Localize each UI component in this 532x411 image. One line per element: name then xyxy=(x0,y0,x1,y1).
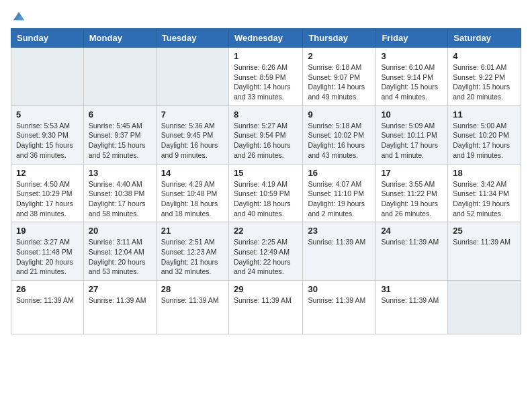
day-number: 27 xyxy=(89,284,151,294)
calendar-cell: 30Sunrise: 11:39 AM xyxy=(303,281,376,334)
day-number: 30 xyxy=(308,284,371,294)
weekday-header: Wednesday xyxy=(228,29,302,48)
calendar-week-row: 12Sunrise: 4:50 AM Sunset: 10:29 PM Dayl… xyxy=(11,164,521,222)
weekday-header: Tuesday xyxy=(156,29,228,48)
calendar-cell: 9Sunrise: 5:18 AM Sunset: 10:02 PM Dayli… xyxy=(303,105,376,164)
calendar-cell xyxy=(83,48,156,106)
calendar-cell: 1Sunrise: 6:26 AM Sunset: 8:59 PM Daylig… xyxy=(228,48,302,106)
weekday-header: Saturday xyxy=(448,29,521,48)
day-info: Sunrise: 6:26 AM Sunset: 8:59 PM Dayligh… xyxy=(234,62,298,102)
day-number: 21 xyxy=(161,226,224,236)
weekday-header: Thursday xyxy=(303,29,376,48)
day-number: 17 xyxy=(381,168,443,178)
calendar-cell: 24Sunrise: 11:39 AM xyxy=(376,222,448,281)
day-info: Sunrise: 5:18 AM Sunset: 10:02 PM Daylig… xyxy=(308,121,371,161)
day-info: Sunrise: 5:27 AM Sunset: 9:54 PM Dayligh… xyxy=(234,121,298,161)
day-info: Sunrise: 4:40 AM Sunset: 10:38 PM Daylig… xyxy=(89,179,151,219)
day-number: 19 xyxy=(16,226,79,236)
logo xyxy=(11,9,26,23)
day-info: Sunrise: 5:53 AM Sunset: 9:30 PM Dayligh… xyxy=(16,121,79,161)
day-info: Sunrise: 3:11 AM Sunset: 12:04 AM Daylig… xyxy=(89,237,151,277)
day-number: 31 xyxy=(381,284,443,294)
day-number: 16 xyxy=(308,168,371,178)
logo-icon xyxy=(12,9,26,23)
calendar-cell: 4Sunrise: 6:01 AM Sunset: 9:22 PM Daylig… xyxy=(448,48,521,106)
day-number: 14 xyxy=(161,168,224,178)
day-info: Sunrise: 6:10 AM Sunset: 9:14 PM Dayligh… xyxy=(381,62,443,102)
day-info: Sunrise: 11:39 AM xyxy=(308,237,371,247)
day-number: 13 xyxy=(89,168,151,178)
day-number: 9 xyxy=(308,109,371,120)
day-number: 28 xyxy=(161,284,224,294)
day-info: Sunrise: 3:42 AM Sunset: 11:34 PM Daylig… xyxy=(453,179,516,219)
day-number: 4 xyxy=(453,51,516,61)
calendar-cell: 5Sunrise: 5:53 AM Sunset: 9:30 PM Daylig… xyxy=(11,105,84,164)
day-number: 3 xyxy=(381,51,443,61)
day-number: 24 xyxy=(381,226,443,236)
day-info: Sunrise: 6:01 AM Sunset: 9:22 PM Dayligh… xyxy=(453,62,516,102)
day-number: 8 xyxy=(234,109,298,120)
calendar-week-row: 5Sunrise: 5:53 AM Sunset: 9:30 PM Daylig… xyxy=(11,105,521,164)
page: SundayMondayTuesdayWednesdayThursdayFrid… xyxy=(0,0,532,411)
day-info: Sunrise: 11:39 AM xyxy=(89,295,151,306)
day-number: 29 xyxy=(234,284,298,294)
day-info: Sunrise: 3:55 AM Sunset: 11:22 PM Daylig… xyxy=(381,179,443,219)
day-info: Sunrise: 5:09 AM Sunset: 10:11 PM Daylig… xyxy=(381,121,443,161)
day-number: 26 xyxy=(16,284,79,294)
day-info: Sunrise: 5:00 AM Sunset: 10:20 PM Daylig… xyxy=(453,121,516,161)
day-info: Sunrise: 3:27 AM Sunset: 11:48 PM Daylig… xyxy=(16,237,79,277)
calendar-cell: 10Sunrise: 5:09 AM Sunset: 10:11 PM Dayl… xyxy=(376,105,448,164)
calendar-cell: 16Sunrise: 4:07 AM Sunset: 11:10 PM Dayl… xyxy=(303,164,376,222)
calendar-cell: 8Sunrise: 5:27 AM Sunset: 9:54 PM Daylig… xyxy=(228,105,302,164)
calendar-week-row: 1Sunrise: 6:26 AM Sunset: 8:59 PM Daylig… xyxy=(11,48,521,106)
day-info: Sunrise: 4:50 AM Sunset: 10:29 PM Daylig… xyxy=(16,179,79,219)
calendar-header-row: SundayMondayTuesdayWednesdayThursdayFrid… xyxy=(11,29,521,48)
day-number: 22 xyxy=(234,226,298,236)
calendar-week-row: 26Sunrise: 11:39 AM27Sunrise: 11:39 AM28… xyxy=(11,281,521,334)
calendar-cell xyxy=(156,48,228,106)
day-number: 7 xyxy=(161,109,224,120)
day-info: Sunrise: 11:39 AM xyxy=(161,295,224,306)
day-info: Sunrise: 11:39 AM xyxy=(381,295,443,306)
day-info: Sunrise: 11:39 AM xyxy=(381,237,443,247)
header xyxy=(11,7,521,23)
weekday-header: Sunday xyxy=(11,29,84,48)
day-info: Sunrise: 11:39 AM xyxy=(16,295,79,306)
calendar-cell: 3Sunrise: 6:10 AM Sunset: 9:14 PM Daylig… xyxy=(376,48,448,106)
day-number: 11 xyxy=(453,109,516,120)
day-info: Sunrise: 5:45 AM Sunset: 9:37 PM Dayligh… xyxy=(89,121,151,161)
day-number: 1 xyxy=(234,51,298,61)
calendar-cell: 19Sunrise: 3:27 AM Sunset: 11:48 PM Dayl… xyxy=(11,222,84,281)
day-number: 10 xyxy=(381,109,443,120)
calendar-cell: 26Sunrise: 11:39 AM xyxy=(11,281,84,334)
weekday-header: Monday xyxy=(83,29,156,48)
day-number: 6 xyxy=(89,109,151,120)
day-number: 12 xyxy=(16,168,79,178)
day-info: Sunrise: 4:19 AM Sunset: 10:59 PM Daylig… xyxy=(234,179,298,219)
day-number: 20 xyxy=(89,226,151,236)
calendar-cell: 15Sunrise: 4:19 AM Sunset: 10:59 PM Dayl… xyxy=(228,164,302,222)
day-info: Sunrise: 2:25 AM Sunset: 12:49 AM Daylig… xyxy=(234,237,298,277)
calendar-cell: 25Sunrise: 11:39 AM xyxy=(448,222,521,281)
calendar-cell: 6Sunrise: 5:45 AM Sunset: 9:37 PM Daylig… xyxy=(83,105,156,164)
day-info: Sunrise: 5:36 AM Sunset: 9:45 PM Dayligh… xyxy=(161,121,224,161)
calendar-cell: 14Sunrise: 4:29 AM Sunset: 10:48 PM Dayl… xyxy=(156,164,228,222)
weekday-header: Friday xyxy=(376,29,448,48)
calendar-cell: 2Sunrise: 6:18 AM Sunset: 9:07 PM Daylig… xyxy=(303,48,376,106)
calendar-cell: 21Sunrise: 2:51 AM Sunset: 12:23 AM Dayl… xyxy=(156,222,228,281)
calendar-cell: 22Sunrise: 2:25 AM Sunset: 12:49 AM Dayl… xyxy=(228,222,302,281)
calendar-cell: 31Sunrise: 11:39 AM xyxy=(376,281,448,334)
calendar-cell: 17Sunrise: 3:55 AM Sunset: 11:22 PM Dayl… xyxy=(376,164,448,222)
calendar-cell: 11Sunrise: 5:00 AM Sunset: 10:20 PM Dayl… xyxy=(448,105,521,164)
day-number: 25 xyxy=(453,226,516,236)
calendar-cell: 7Sunrise: 5:36 AM Sunset: 9:45 PM Daylig… xyxy=(156,105,228,164)
calendar-cell: 13Sunrise: 4:40 AM Sunset: 10:38 PM Dayl… xyxy=(83,164,156,222)
day-number: 18 xyxy=(453,168,516,178)
calendar-table: SundayMondayTuesdayWednesdayThursdayFrid… xyxy=(11,28,521,334)
day-number: 5 xyxy=(16,109,79,120)
calendar-cell xyxy=(448,281,521,334)
calendar-cell: 23Sunrise: 11:39 AM xyxy=(303,222,376,281)
day-info: Sunrise: 2:51 AM Sunset: 12:23 AM Daylig… xyxy=(161,237,224,277)
calendar-cell: 12Sunrise: 4:50 AM Sunset: 10:29 PM Dayl… xyxy=(11,164,84,222)
day-number: 15 xyxy=(234,168,298,178)
